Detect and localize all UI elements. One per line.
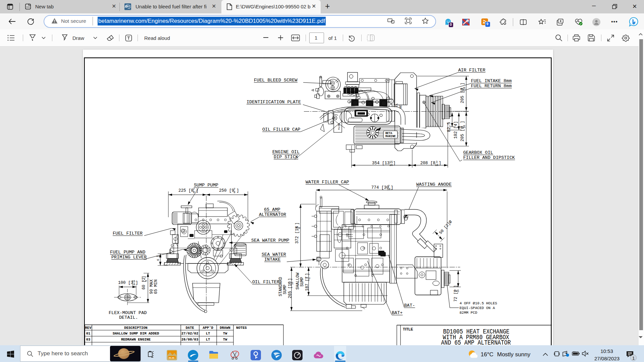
svg-text:03: 03 <box>86 338 91 342</box>
svg-text:3: 3 <box>142 280 145 282</box>
svg-text:DATE: DATE <box>185 326 194 330</box>
svg-text:208 [8: 208 [8 <box>420 161 435 166</box>
svg-text:SUMP: SUMP <box>300 277 305 287</box>
svg-text:GEARBOX OIL: GEARBOX OIL <box>463 150 493 155</box>
svg-text:50 [2]Ø: 50 [2]Ø <box>438 220 453 235</box>
svg-text:INTAKE: INTAKE <box>264 257 281 262</box>
svg-text:FILLER AND DIPSTICK: FILLER AND DIPSTICK <box>463 155 515 160</box>
svg-text:]: ] <box>393 161 396 166</box>
svg-text:DETAIL.: DETAIL. <box>119 315 138 320</box>
svg-text:]: ] <box>142 276 146 278</box>
svg-text:FUEL RETURN 8mm: FUEL RETURN 8mm <box>471 83 512 88</box>
svg-text:BAT+: BAT+ <box>392 310 402 315</box>
svg-text:16: 16 <box>463 87 466 90</box>
svg-text:82MM PCD: 82MM PCD <box>460 311 477 315</box>
svg-text:WATER FILLER CAP: WATER FILLER CAP <box>306 180 349 185</box>
svg-text:16: 16 <box>387 188 390 191</box>
svg-text:FLEX-MOUNT PAD: FLEX-MOUNT PAD <box>109 310 147 315</box>
svg-text:774 [30: 774 [30 <box>371 185 389 190</box>
svg-text:27/02/02: 27/02/02 <box>181 331 198 336</box>
svg-text:PRIMING LEVER: PRIMING LEVER <box>111 255 147 260</box>
svg-text:3: 3 <box>305 278 308 279</box>
svg-text:8: 8 <box>145 280 148 282</box>
svg-text:NE: NE <box>399 105 402 109</box>
svg-text:IDENTIFICATION PLATE: IDENTIFICATION PLATE <box>247 100 301 105</box>
svg-text:]: ] <box>460 82 465 85</box>
svg-text:100 [3: 100 [3 <box>118 281 133 285</box>
svg-text:16: 16 <box>463 125 466 128</box>
svg-text:16: 16 <box>291 282 294 285</box>
svg-text:REV: REV <box>85 326 92 330</box>
svg-text:4 OFF Ø10.5 HOLES: 4 OFF Ø10.5 HOLES <box>460 301 497 305</box>
svg-text:STANDARD: STANDARD <box>278 277 283 296</box>
svg-text:NOTES: NOTES <box>236 326 247 330</box>
svg-text:250 [9: 250 [9 <box>219 188 234 193</box>
svg-text:]: ] <box>439 161 441 166</box>
svg-text:26/08/03: 26/08/03 <box>181 338 198 342</box>
svg-text:ALTERNATOR: ALTERNATOR <box>259 212 286 217</box>
svg-text:FUEL BLEED SCREW: FUEL BLEED SCREW <box>254 78 298 83</box>
svg-text:LT: LT <box>206 331 210 336</box>
svg-text:01: 01 <box>86 331 91 336</box>
svg-text:APP'D: APP'D <box>203 326 213 330</box>
svg-text:354 [13: 354 [13 <box>372 161 390 166</box>
svg-text:TA: TA <box>395 104 399 107</box>
svg-text:BETA: BETA <box>337 123 340 130</box>
svg-text:OIL FILTER: OIL FILTER <box>252 280 279 285</box>
svg-text:7: 7 <box>288 283 291 284</box>
svg-text:13: 13 <box>454 290 457 292</box>
svg-text:225 [8: 225 [8 <box>178 188 194 193</box>
svg-text:]: ] <box>453 285 458 288</box>
svg-text:90 MAX: 90 MAX <box>149 280 154 294</box>
svg-text:16: 16 <box>457 290 460 292</box>
svg-text:]: ] <box>236 188 239 193</box>
svg-text:8: 8 <box>298 227 301 229</box>
svg-text:82.5: 82.5 <box>447 122 451 132</box>
svg-text:102 [4]: 102 [4] <box>453 121 458 139</box>
svg-text:AND 65 AMP ALTERNATOR: AND 65 AMP ALTERNATOR <box>441 339 511 345</box>
svg-text:8: 8 <box>233 191 235 194</box>
svg-text:SUMP PUMP: SUMP PUMP <box>194 183 218 188</box>
svg-text:65 MIN: 65 MIN <box>154 280 158 294</box>
svg-text:16: 16 <box>389 164 393 167</box>
svg-text:m-m: m-m <box>169 356 174 359</box>
svg-text:EQUI-SPACED ON A: EQUI-SPACED ON A <box>460 306 495 310</box>
svg-text:TW: TW <box>223 338 227 342</box>
svg-text:MARINE: MARINE <box>385 135 396 138</box>
svg-text:FUEL INTAKE 8mm: FUEL INTAKE 8mm <box>471 78 512 83</box>
svg-text:SUMP: SUMP <box>283 285 287 294</box>
svg-text:SEA WATER PUMP: SEA WATER PUMP <box>251 238 289 243</box>
svg-text:60 [2: 60 [2 <box>142 278 146 290</box>
svg-text:LT: LT <box>206 338 210 342</box>
svg-text:8: 8 <box>193 191 195 194</box>
svg-text:WASTING ANODE: WASTING ANODE <box>416 182 451 187</box>
svg-text:SHALLOW: SHALLOW <box>296 273 300 290</box>
svg-text:SEA WATER: SEA WATER <box>262 252 286 257</box>
svg-text:]: ] <box>391 185 393 190</box>
svg-text:TW: TW <box>223 331 227 336</box>
svg-text:DRAWN: DRAWN <box>220 326 230 330</box>
svg-text:ENGINE OIL: ENGINE OIL <box>272 149 300 155</box>
svg-text:]: ] <box>196 188 199 193</box>
svg-text:8: 8 <box>308 278 311 279</box>
svg-text:TITLE: TITLE <box>403 327 413 331</box>
svg-text:AIR FILTER: AIR FILTER <box>458 68 485 73</box>
svg-text:DESCRIPTION: DESCRIPTION <box>124 326 147 330</box>
svg-text:FUEL PUMP AND: FUEL PUMP AND <box>110 250 145 255</box>
svg-text:]: ] <box>136 281 138 285</box>
svg-text:16: 16 <box>435 164 438 167</box>
svg-text:SHALLOW SUMP DIM ADDED: SHALLOW SUMP DIM ADDED <box>113 331 159 336</box>
svg-text:]: ] <box>288 278 292 281</box>
svg-text:]: ] <box>295 222 300 225</box>
svg-text:65 AMP: 65 AMP <box>264 207 280 212</box>
svg-text:]: ] <box>305 273 310 276</box>
svg-text:]: ] <box>460 121 465 123</box>
svg-text:16: 16 <box>132 283 135 286</box>
svg-text:REDRAWN ENGINE: REDRAWN ENGINE <box>121 338 151 342</box>
svg-text:BAT-: BAT- <box>404 303 415 308</box>
svg-text:OIL FILLER CAP: OIL FILLER CAP <box>262 127 300 132</box>
svg-text:FUEL FILTER: FUEL FILTER <box>113 231 143 236</box>
svg-text:DIP STICK: DIP STICK <box>274 155 299 160</box>
